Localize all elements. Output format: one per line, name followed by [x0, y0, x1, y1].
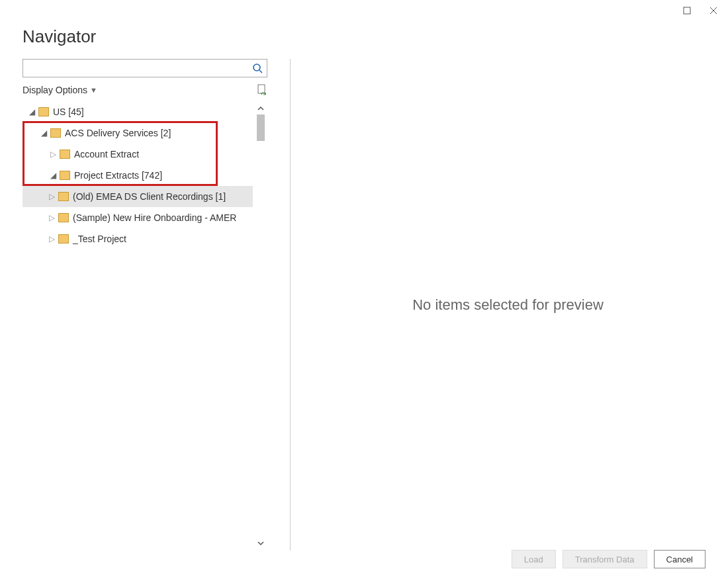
navigator-window: Navigator Display Options ▼: [0, 0, 728, 579]
display-options-label: Display Options: [23, 85, 87, 95]
tree-item-label: (Old) EMEA DS Client Recordings [1]: [73, 191, 226, 202]
tree-item-label: _Test Project: [73, 234, 126, 244]
expand-toggle-icon[interactable]: ▷: [49, 150, 57, 159]
search-box[interactable]: [23, 59, 267, 77]
tree-view[interactable]: ◢ US [45] ◢ ACS Delivery Services [2] ▷: [23, 101, 253, 551]
footer: Load Transform Data Cancel: [0, 539, 728, 579]
maximize-button[interactable]: [678, 1, 696, 20]
scroll-track[interactable]: [255, 114, 266, 537]
preview-pane: No items selected for preview: [301, 59, 715, 551]
tree-item-project-extracts[interactable]: ◢ Project Extracts [742]: [23, 165, 253, 186]
transform-data-button: Transform Data: [563, 550, 647, 568]
expand-toggle-icon[interactable]: ◢: [40, 128, 48, 138]
search-icon[interactable]: [252, 63, 263, 73]
search-input[interactable]: [23, 60, 252, 77]
expand-toggle-icon[interactable]: ▷: [48, 234, 56, 244]
tree-item-label: ACS Delivery Services [2]: [65, 128, 171, 138]
pane-divider: [290, 59, 291, 551]
preview-empty-message: No items selected for preview: [412, 296, 604, 314]
svg-point-3: [253, 64, 260, 71]
chevron-down-icon: ▼: [90, 86, 97, 94]
load-button: Load: [512, 550, 556, 568]
load-button-label: Load: [524, 555, 543, 564]
expand-toggle-icon[interactable]: ▷: [48, 192, 56, 201]
folder-icon: [38, 107, 49, 116]
page-title: Navigator: [23, 26, 705, 47]
expand-toggle-icon[interactable]: ◢: [49, 171, 57, 180]
tree-item-label: (Sample) New Hire Onboarding - AMER: [73, 212, 236, 223]
folder-icon: [58, 234, 69, 244]
tree-item-sample-onboarding[interactable]: ▷ (Sample) New Hire Onboarding - AMER: [23, 207, 253, 228]
tree-item-old-emea[interactable]: ▷ (Old) EMEA DS Client Recordings [1]: [23, 186, 253, 207]
display-options-dropdown[interactable]: Display Options ▼: [23, 85, 97, 95]
left-pane: Display Options ▼ ◢ US [45]: [23, 59, 279, 551]
folder-icon: [60, 171, 70, 180]
refresh-icon[interactable]: [257, 84, 267, 96]
tree-item-acs-delivery[interactable]: ◢ ACS Delivery Services [2]: [23, 122, 253, 144]
svg-rect-5: [258, 85, 265, 93]
transform-button-label: Transform Data: [575, 555, 635, 564]
expand-toggle-icon[interactable]: ◢: [28, 107, 36, 116]
scroll-up-icon[interactable]: [255, 103, 267, 114]
svg-line-4: [259, 70, 262, 73]
tree-item-label: Account Extract: [74, 149, 139, 159]
titlebar: [0, 0, 728, 21]
tree-item-test-project[interactable]: ▷ _Test Project: [23, 228, 253, 249]
expand-toggle-icon[interactable]: ▷: [48, 213, 56, 222]
folder-icon: [50, 128, 61, 138]
cancel-button[interactable]: Cancel: [654, 550, 705, 568]
svg-rect-0: [684, 7, 690, 14]
folder-icon: [58, 213, 69, 222]
cancel-button-label: Cancel: [666, 555, 693, 564]
tree-item-label: US [45]: [53, 107, 84, 117]
close-button[interactable]: [704, 1, 723, 20]
folder-icon: [60, 150, 70, 159]
folder-icon: [58, 192, 69, 201]
tree-item-us[interactable]: ◢ US [45]: [23, 101, 253, 122]
tree-scrollbar[interactable]: [254, 101, 267, 551]
tree-item-label: Project Extracts [742]: [74, 170, 162, 181]
tree-item-account-extract[interactable]: ▷ Account Extract: [23, 144, 253, 165]
scroll-thumb[interactable]: [257, 114, 265, 141]
